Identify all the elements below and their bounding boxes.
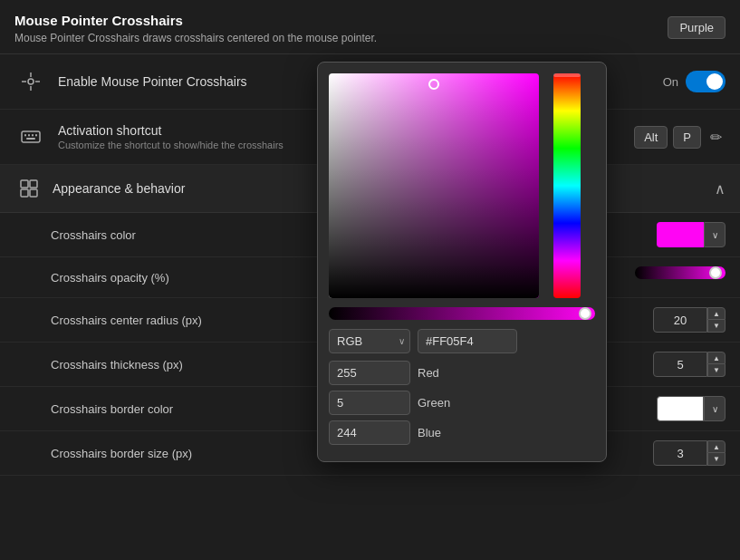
p-key-button[interactable]: P bbox=[673, 126, 701, 149]
svg-rect-14 bbox=[30, 189, 37, 197]
hex-input[interactable] bbox=[418, 329, 517, 353]
blue-input[interactable] bbox=[329, 420, 410, 445]
red-label: Red bbox=[418, 366, 454, 380]
border-color-dropdown-button[interactable]: ∨ bbox=[704, 396, 726, 421]
center-radius-up-button[interactable]: ▲ bbox=[707, 307, 726, 320]
color-gradient-area[interactable] bbox=[329, 73, 539, 298]
color-picker-popup: RGB HSL HEX ∨ Red Green Blue bbox=[317, 62, 607, 462]
thickness-up-button[interactable]: ▲ bbox=[707, 352, 726, 364]
edit-shortcut-button[interactable]: ✏ bbox=[706, 129, 726, 146]
hue-indicator bbox=[553, 73, 581, 77]
alt-key-button[interactable]: Alt bbox=[634, 126, 668, 149]
border-size-control: ▲ ▼ bbox=[653, 440, 726, 466]
thickness-down-button[interactable]: ▼ bbox=[707, 364, 726, 377]
hue-strip[interactable] bbox=[553, 73, 581, 298]
purple-badge: Purple bbox=[668, 16, 726, 39]
page-title: Mouse Pointer Crosshairs bbox=[14, 13, 726, 28]
color-dropdown-arrow-icon: ∨ bbox=[712, 230, 718, 240]
border-size-up-button[interactable]: ▲ bbox=[707, 440, 726, 453]
svg-point-0 bbox=[28, 79, 34, 84]
thickness-spinners: ▲ ▼ bbox=[707, 352, 726, 377]
svg-rect-5 bbox=[22, 131, 40, 142]
opacity-control bbox=[635, 266, 726, 288]
red-row: Red bbox=[329, 361, 595, 385]
center-radius-input[interactable] bbox=[653, 307, 707, 333]
page-subtitle: Mouse Pointer Crosshairs draws crosshair… bbox=[14, 32, 726, 44]
enable-control: On bbox=[663, 71, 726, 92]
appearance-icon bbox=[14, 174, 43, 203]
enable-toggle[interactable] bbox=[686, 71, 726, 92]
opacity-thumb bbox=[709, 266, 722, 279]
green-input[interactable] bbox=[329, 391, 410, 415]
thickness-control: ▲ ▼ bbox=[653, 352, 726, 377]
svg-rect-13 bbox=[21, 189, 28, 197]
border-color-swatch-button[interactable] bbox=[657, 396, 704, 421]
center-radius-control: ▲ ▼ bbox=[653, 307, 726, 333]
color-control: ∨ bbox=[657, 222, 726, 247]
center-radius-down-button[interactable]: ▼ bbox=[707, 320, 726, 333]
border-size-down-button[interactable]: ▼ bbox=[707, 453, 726, 466]
enable-icon bbox=[14, 65, 47, 98]
green-row: Green bbox=[329, 391, 595, 415]
border-color-dropdown-arrow-icon: ∨ bbox=[712, 404, 718, 414]
activation-control: Alt P ✏ bbox=[634, 126, 726, 149]
border-color-control: ∨ bbox=[657, 396, 726, 421]
color-dropdown-button[interactable]: ∨ bbox=[704, 222, 726, 247]
svg-rect-11 bbox=[21, 180, 28, 188]
opacity-slider[interactable] bbox=[635, 266, 726, 279]
color-swatch-button[interactable] bbox=[657, 222, 704, 247]
toggle-container: On bbox=[663, 71, 726, 92]
page-header: Mouse Pointer Crosshairs Mouse Pointer C… bbox=[0, 0, 740, 54]
color-mode-row: RGB HSL HEX ∨ bbox=[329, 329, 595, 353]
toggle-on-label: On bbox=[663, 75, 678, 89]
red-input[interactable] bbox=[329, 361, 410, 385]
color-mode-select[interactable]: RGB HSL HEX bbox=[329, 329, 410, 353]
blue-label: Blue bbox=[418, 426, 454, 439]
blue-row: Blue bbox=[329, 420, 595, 445]
border-size-input[interactable] bbox=[653, 440, 707, 466]
svg-rect-12 bbox=[30, 180, 37, 188]
border-size-spinners: ▲ ▼ bbox=[707, 440, 726, 466]
picker-opacity-bar[interactable] bbox=[329, 307, 595, 320]
keyboard-icon bbox=[14, 121, 47, 153]
green-label: Green bbox=[418, 396, 454, 410]
center-radius-spinners: ▲ ▼ bbox=[707, 307, 726, 333]
appearance-chevron-up-icon: ∧ bbox=[715, 180, 726, 198]
thickness-input[interactable] bbox=[653, 352, 707, 377]
picker-opacity-thumb bbox=[579, 307, 591, 320]
